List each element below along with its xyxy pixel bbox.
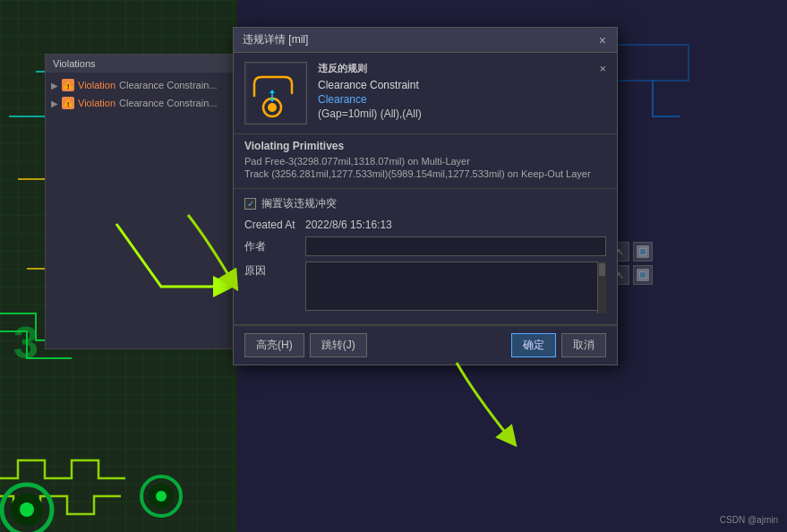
scrollbar-thumb[interactable] <box>599 263 605 276</box>
rule-section-close[interactable]: × <box>599 62 606 75</box>
dialog-buttons: 高亮(H) 跳转(J) 确定 取消 <box>234 325 617 365</box>
reason-row: 原因 <box>244 262 606 313</box>
violation-desc-2: Clearance Constrain... <box>119 98 217 108</box>
violation-type-2: Violation <box>78 98 115 108</box>
primitive-item-2: Track (3256.281mil,1277.533mil)(5989.154… <box>244 168 606 179</box>
right-buttons: 确定 取消 <box>511 333 606 357</box>
svg-rect-4 <box>617 45 689 81</box>
violation-row-2[interactable]: ▶ ! Violation Clearance Constrain... <box>46 94 236 112</box>
violation-row-1[interactable]: ▶ ! Violation Clearance Constrain... <box>46 76 236 94</box>
layers-icon-2 <box>637 269 649 281</box>
svg-text:!: ! <box>67 101 69 107</box>
violation-list: ▶ ! Violation Clearance Constrain... ▶ !… <box>46 73 236 116</box>
dialog-title: 违规详情 [mil] <box>243 32 308 47</box>
highlight-button[interactable]: 高亮(H) <box>244 333 304 357</box>
violation-icon-2: ! <box>62 97 74 109</box>
dialog-titlebar: 违规详情 [mil] × <box>234 28 617 53</box>
rule-icon-area <box>244 62 307 124</box>
arrow-annotation-1 <box>107 215 237 305</box>
toolbar-header: Violations <box>46 55 236 73</box>
bottom-circuit <box>0 425 251 532</box>
primitive-item-1: Pad Free-3(3298.077mil,1318.07mil) on Mu… <box>244 156 606 167</box>
svg-point-26 <box>268 103 277 112</box>
violation-list-panel: Violations ▶ ! Violation Clearance Const… <box>45 54 237 349</box>
rule-info: 违反的规则 Clearance Constraint Clearance (Ga… <box>318 62 588 120</box>
textarea-scrollbar[interactable] <box>597 262 606 313</box>
waiver-label: 搁置该违规冲突 <box>261 196 337 211</box>
jump-button[interactable]: 跳转(J) <box>310 333 367 357</box>
rule-section: 违反的规则 Clearance Constraint Clearance (Ga… <box>234 53 617 134</box>
rule-param: (Gap=10mil) (All),(All) <box>318 107 588 120</box>
left-buttons: 高亮(H) 跳转(J) <box>244 333 367 357</box>
violation-icon-1: ! <box>62 79 74 91</box>
waiver-section: ✓ 搁置该违规冲突 Created At 2022/8/6 15:16:13 作… <box>234 189 617 325</box>
clearance-icon <box>247 64 305 123</box>
ok-button[interactable]: 确定 <box>511 333 556 357</box>
author-label: 作者 <box>244 239 298 254</box>
waiver-checkbox[interactable]: ✓ <box>244 198 256 210</box>
layers-icon <box>637 245 649 258</box>
drc-icon-2: ! <box>63 98 73 108</box>
rule-section-header: 违反的规则 <box>318 62 588 75</box>
watermark: CSDN @ajmin <box>720 515 778 525</box>
svg-rect-18 <box>639 248 646 255</box>
author-input[interactable] <box>305 236 606 256</box>
created-at-row: Created At 2022/8/6 15:16:13 <box>244 219 606 231</box>
svg-text:3: 3 <box>13 318 38 368</box>
layers-button-1[interactable] <box>633 242 653 262</box>
waiver-checkbox-row: ✓ 搁置该违规冲突 <box>244 196 606 211</box>
expand-icon-1: ▶ <box>51 81 58 90</box>
rule-link[interactable]: Clearance <box>318 93 588 106</box>
check-mark: ✓ <box>247 200 254 209</box>
reason-textarea[interactable] <box>305 262 606 311</box>
toolbar-title: Violations <box>53 58 96 69</box>
expand-icon-2: ▶ <box>51 99 58 108</box>
svg-point-10 <box>156 491 167 502</box>
primitives-section: Violating Primitives Pad Free-3(3298.077… <box>234 134 617 189</box>
svg-rect-22 <box>639 271 646 279</box>
rule-name: Clearance Constraint <box>318 79 588 91</box>
primitives-title: Violating Primitives <box>244 140 606 152</box>
dialog-close-button[interactable]: × <box>597 33 608 47</box>
author-row: 作者 <box>244 236 606 256</box>
svg-point-7 <box>20 502 34 517</box>
reason-textarea-wrap <box>305 262 606 313</box>
main-dialog: 违规详情 [mil] × <box>233 27 618 365</box>
violation-desc-1: Clearance Constrain... <box>119 80 217 90</box>
drc-icon: ! <box>63 80 73 90</box>
layers-button-2[interactable] <box>633 265 653 285</box>
dialog-body: 违反的规则 Clearance Constraint Clearance (Ga… <box>234 53 617 365</box>
cancel-button[interactable]: 取消 <box>561 333 606 357</box>
created-at-value: 2022/8/6 15:16:13 <box>305 219 392 231</box>
created-at-label: Created At <box>244 219 298 231</box>
violation-type-1: Violation <box>78 80 115 90</box>
svg-text:!: ! <box>67 83 69 90</box>
reason-label: 原因 <box>244 262 298 279</box>
